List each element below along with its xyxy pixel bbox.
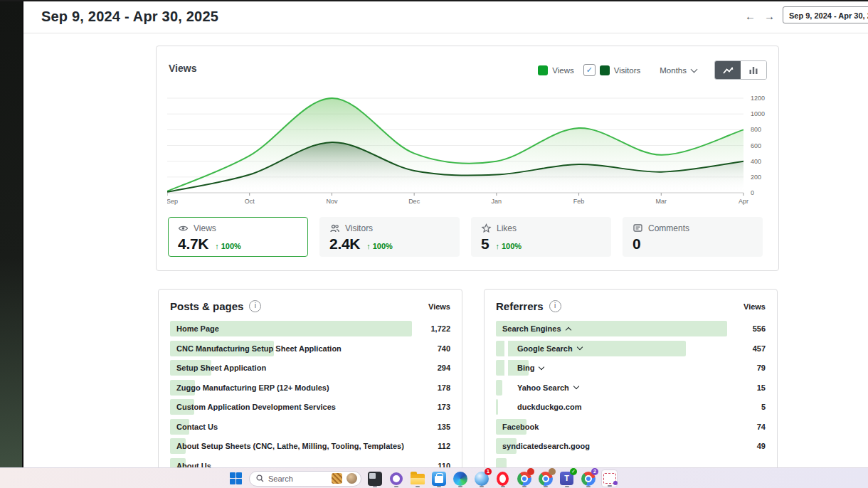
- card-label: Comments: [648, 223, 689, 233]
- edge-icon: [453, 472, 467, 486]
- info-icon[interactable]: i: [249, 300, 261, 312]
- row-value: 178: [419, 383, 450, 392]
- comments-card[interactable]: Comments0: [623, 217, 763, 257]
- svg-text:800: 800: [751, 126, 761, 133]
- value-bar: [496, 458, 507, 468]
- interval-dropdown[interactable]: Months: [660, 66, 697, 75]
- row-value: 112: [419, 442, 450, 450]
- visitors-checkbox[interactable]: ✓: [583, 64, 596, 76]
- taskbar-search[interactable]: Search: [249, 471, 361, 487]
- referrers-panel-header: Referrers i Views: [485, 290, 777, 319]
- row-label: Google Search: [496, 341, 582, 356]
- views-area-chart: SepOctNovDecJanFebMarApr1200100080060040…: [167, 93, 773, 207]
- notification-badge: [527, 468, 534, 475]
- summary-cards: Views4.7K↑ 100%Visitors2.4K↑ 100%Likes5↑…: [168, 217, 763, 257]
- card-value: 5: [481, 235, 489, 253]
- snipping-tool-icon: [603, 473, 616, 484]
- running-indicator: [480, 486, 484, 488]
- table-row[interactable]: duckduckgo.com5: [496, 399, 766, 415]
- visitors-card[interactable]: Visitors2.4K↑ 100%: [319, 217, 460, 257]
- line-chart-button[interactable]: [715, 61, 741, 79]
- running-indicator: [586, 486, 591, 488]
- card-value: 0: [633, 235, 640, 253]
- store-taskbar-button[interactable]: [430, 470, 447, 487]
- blue-globe-taskbar-button[interactable]: 1: [473, 470, 489, 487]
- svg-text:Apr: Apr: [739, 198, 748, 205]
- row-label: duckduckgo.com: [496, 399, 581, 415]
- chart-type-toggle: [714, 60, 767, 80]
- window-top-edge: [0, 0, 868, 1]
- chrome-1-taskbar-button[interactable]: [516, 470, 532, 487]
- row-value: 79: [734, 364, 766, 372]
- row-label: Bing: [496, 360, 544, 376]
- table-row[interactable]: Facebook74: [496, 419, 766, 435]
- row-label: Facebook: [496, 419, 539, 435]
- dark-app-icon: [368, 472, 382, 486]
- table-row[interactable]: Custom Application Development Services1…: [170, 399, 450, 415]
- running-indicator: [608, 485, 612, 487]
- table-row[interactable]: syndicatedsearch.goog49: [496, 438, 766, 454]
- table-row[interactable]: Yahoo Search15: [496, 380, 766, 396]
- taskbar: Search1T✓2: [0, 467, 868, 488]
- views-card[interactable]: Views4.7K↑ 100%: [168, 217, 308, 257]
- chart-canvas: SepOctNovDecJanFebMarApr1200100080060040…: [167, 93, 773, 207]
- row-label: About Us: [170, 458, 211, 468]
- svg-text:Oct: Oct: [245, 198, 255, 205]
- svg-text:600: 600: [751, 142, 761, 149]
- info-icon[interactable]: i: [549, 300, 561, 312]
- search-highlight-icon: [346, 473, 357, 484]
- chevron-down-icon: [691, 65, 698, 73]
- chrome-2-taskbar-button[interactable]: [537, 470, 554, 487]
- table-row[interactable]: Setup Sheet Application294: [170, 360, 450, 376]
- bar-chart-button[interactable]: [741, 61, 766, 79]
- opera-icon: [497, 472, 509, 486]
- card-label: Visitors: [345, 223, 373, 233]
- table-row[interactable]: About Setup Sheets (CNC, Lathe, Milling,…: [170, 438, 450, 454]
- next-period-arrow[interactable]: →: [764, 10, 775, 22]
- running-indicator: [458, 486, 462, 488]
- row-value: 556: [734, 324, 766, 333]
- table-row[interactable]: Google Search457: [496, 341, 766, 356]
- views-chart-panel: Views Views ✓ Visitors Months: [156, 46, 779, 271]
- chevron-down-icon: [576, 344, 582, 350]
- running-indicator: [522, 486, 526, 488]
- svg-text:1200: 1200: [751, 95, 765, 102]
- snipping-taskbar-button[interactable]: [601, 470, 618, 487]
- card-label: Views: [194, 223, 216, 233]
- table-row[interactable]: Bing79: [496, 360, 766, 376]
- table-row[interactable]: Search Engines556: [496, 321, 766, 336]
- running-indicator: [394, 486, 398, 488]
- stats-window: Sep 9, 2024 - Apr 30, 2025 ← → Sep 9, 20…: [23, 1, 868, 467]
- svg-text:Mar: Mar: [656, 198, 667, 205]
- table-row[interactable]: About Us110: [170, 458, 450, 468]
- svg-text:200: 200: [751, 174, 761, 181]
- row-value: 294: [419, 364, 450, 372]
- table-row[interactable]: Contact Us135: [170, 419, 450, 435]
- edge-taskbar-button[interactable]: [452, 470, 468, 487]
- prev-period-arrow[interactable]: ←: [745, 10, 756, 22]
- card-value: 4.7K: [178, 235, 208, 253]
- row-label: Home Page: [170, 321, 219, 336]
- card-label: Likes: [497, 223, 517, 233]
- teams-taskbar-button[interactable]: T✓: [559, 470, 575, 487]
- date-range-input[interactable]: Sep 9, 2024 - Apr 30, 2025: [783, 6, 868, 23]
- table-row[interactable]: Home Page1,722: [170, 321, 450, 336]
- table-row[interactable]: Zuggo Manufacturing ERP (12+ Modules)178: [170, 380, 450, 396]
- file-explorer-icon: [411, 474, 425, 484]
- loop-icon: [390, 472, 403, 485]
- opera-taskbar-button[interactable]: [494, 470, 511, 487]
- file-explorer-taskbar-button[interactable]: [409, 470, 425, 487]
- table-row[interactable]: [496, 458, 766, 468]
- people-icon: [329, 223, 340, 233]
- chevron-down-icon: [573, 383, 579, 389]
- desktop-background: [0, 0, 22, 467]
- loop-taskbar-button[interactable]: [388, 470, 404, 487]
- table-row[interactable]: CNC Manufacturing Setup Sheet Applicatio…: [170, 341, 450, 356]
- views-column-header: Views: [743, 302, 766, 311]
- start-button[interactable]: [228, 470, 244, 487]
- eye-icon: [178, 223, 189, 233]
- row-label: CNC Manufacturing Setup Sheet Applicatio…: [170, 341, 342, 356]
- likes-card[interactable]: Likes5↑ 100%: [471, 217, 611, 257]
- chrome-3-taskbar-button[interactable]: 2: [580, 470, 596, 487]
- dark-app-taskbar-button[interactable]: [366, 470, 383, 487]
